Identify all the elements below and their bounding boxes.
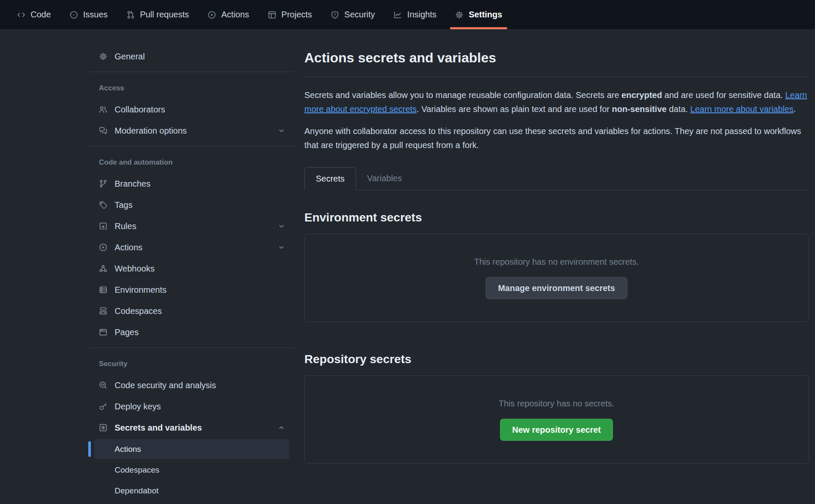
graph-icon [393, 11, 402, 19]
nav-tab-label: Pull requests [140, 10, 189, 20]
settings-content: Actions secrets and variables Secrets an… [304, 30, 809, 464]
sidebar-item-label: Actions [115, 243, 143, 252]
intro-text: Secrets and variables allow you to manag… [304, 90, 621, 100]
nav-tab-code[interactable]: Code [17, 0, 51, 29]
sidebar-subitem-actions[interactable]: Actions [94, 439, 289, 459]
sidebar-item-collaborators[interactable]: Collaborators [89, 99, 294, 120]
manage-environment-secrets-button[interactable]: Manage environment secrets [486, 277, 627, 299]
sidebar-subitem-dependabot[interactable]: Dependabot [94, 481, 289, 501]
intro-text: . [794, 104, 796, 114]
nav-tab-settings[interactable]: Settings [455, 0, 502, 29]
table-icon [268, 11, 276, 19]
collaborator-note: Anyone with collaborator access to this … [304, 124, 809, 152]
code-icon [17, 11, 25, 19]
sidebar-section-access: Access [89, 78, 294, 99]
comment-discussion-icon [99, 126, 107, 135]
nav-tab-label: Actions [221, 10, 249, 20]
codespaces-icon [99, 307, 107, 315]
sidebar-item-label: Rules [115, 221, 136, 231]
sidebar-item-label: Webhooks [115, 264, 155, 274]
chevron-down-icon [278, 127, 285, 134]
sidebar-item-label: Moderation options [115, 126, 187, 136]
sidebar-item-label: Secrets and variables [115, 423, 202, 433]
sidebar-item-label: Codespaces [115, 306, 162, 316]
nav-tab-actions[interactable]: Actions [208, 0, 249, 29]
key-icon [99, 402, 107, 411]
sidebar-item-label: Deploy keys [115, 402, 161, 412]
intro-bold-non-sensitive: non-sensitive [612, 104, 667, 114]
sidebar-item-code-security[interactable]: Code security and analysis [89, 375, 294, 396]
sidebar-item-general[interactable]: General [89, 46, 294, 67]
sidebar-subitem-label: Actions [115, 445, 141, 454]
issue-opened-icon [70, 11, 78, 19]
nav-tab-label: Projects [281, 10, 312, 20]
server-icon [99, 286, 107, 294]
sidebar-item-label: Code security and analysis [115, 381, 216, 390]
sidebar-item-deploy-keys[interactable]: Deploy keys [89, 396, 294, 417]
webhook-icon [99, 264, 107, 273]
sidebar-item-label: Collaborators [115, 105, 165, 115]
repository-secrets-empty-message: This repository has no secrets. [499, 399, 614, 409]
sidebar-item-webhooks[interactable]: Webhooks [89, 258, 294, 279]
sidebar-item-tags[interactable]: Tags [89, 194, 294, 216]
repository-secrets-empty-box: This repository has no secrets. New repo… [304, 375, 809, 464]
sidebar-section-code-automation: Code and automation [89, 152, 294, 173]
repository-secrets-heading: Repository secrets [304, 353, 809, 366]
environment-secrets-empty-message: This repository has no environment secre… [474, 257, 639, 267]
sidebar-item-rules[interactable]: Rules [89, 216, 294, 237]
nav-tab-insights[interactable]: Insights [393, 0, 436, 29]
sidebar-divider [89, 146, 294, 146]
environment-secrets-empty-box: This repository has no environment secre… [304, 234, 809, 322]
nav-tab-label: Issues [83, 10, 108, 20]
sidebar-item-label: Branches [115, 179, 151, 189]
sidebar-item-environments[interactable]: Environments [89, 279, 294, 300]
title-divider [304, 77, 809, 77]
new-repository-secret-button[interactable]: New repository secret [500, 419, 613, 441]
nav-tab-issues[interactable]: Issues [70, 0, 108, 29]
sidebar-divider [89, 72, 294, 72]
codescan-icon [99, 381, 107, 389]
nav-tab-label: Security [344, 10, 375, 20]
nav-tab-security[interactable]: Security [331, 0, 375, 29]
chevron-down-icon [278, 244, 285, 251]
sidebar-item-branches[interactable]: Branches [89, 173, 294, 194]
tag-icon [99, 201, 107, 209]
sidebar-item-pages[interactable]: Pages [89, 322, 294, 343]
people-icon [99, 105, 107, 114]
tab-secrets[interactable]: Secrets [304, 167, 356, 190]
git-pull-request-icon [126, 11, 135, 19]
asterisk-box-icon [99, 423, 107, 432]
intro-text: data. [666, 104, 690, 114]
play-circle-icon [99, 243, 107, 252]
secrets-variables-tabnav: Secrets Variables [304, 167, 809, 190]
shield-icon [331, 11, 339, 19]
intro-text: and are used for sensitive data. [662, 90, 785, 100]
gear-icon [455, 11, 464, 19]
sidebar-divider [89, 347, 294, 348]
repo-tab-bar: Code Issues Pull requests Actions Projec… [0, 0, 815, 30]
settings-sidebar: General Access Collaborators Moderation … [89, 30, 294, 501]
nav-tab-pull-requests[interactable]: Pull requests [126, 0, 189, 29]
sidebar-section-security: Security [89, 353, 294, 375]
nav-tab-label: Insights [407, 10, 436, 20]
sidebar-item-secrets-and-variables[interactable]: Secrets and variables [89, 417, 294, 438]
sidebar-item-actions[interactable]: Actions [89, 237, 294, 258]
browser-icon [99, 328, 107, 336]
sidebar-item-moderation-options[interactable]: Moderation options [89, 120, 294, 141]
sidebar-item-codespaces[interactable]: Codespaces [89, 300, 294, 322]
link-learn-variables[interactable]: Learn more about variables [690, 104, 793, 114]
intro-bold-encrypted: encrypted [621, 90, 662, 100]
chevron-up-icon [278, 424, 285, 431]
sidebar-subitem-label: Codespaces [115, 465, 160, 475]
git-branch-icon [99, 179, 107, 188]
tab-variables[interactable]: Variables [356, 167, 413, 190]
nav-tab-projects[interactable]: Projects [268, 0, 312, 29]
nav-tab-label: Settings [469, 10, 502, 20]
play-circle-icon [208, 11, 216, 19]
intro-paragraph: Secrets and variables allow you to manag… [304, 88, 809, 116]
repo-push-icon [99, 222, 107, 230]
sidebar-subitem-codespaces[interactable]: Codespaces [94, 460, 289, 480]
sidebar-item-label: Pages [115, 328, 139, 337]
chevron-down-icon [278, 222, 285, 230]
sidebar-item-label: Environments [115, 285, 166, 295]
